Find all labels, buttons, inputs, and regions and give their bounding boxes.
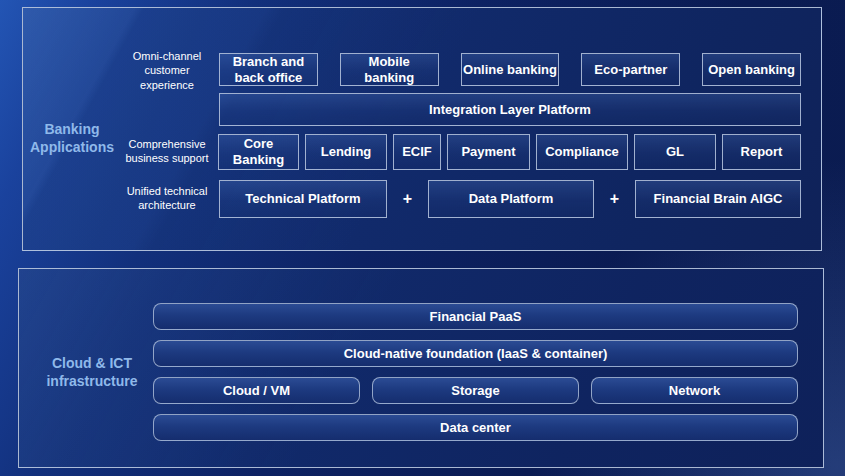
- box-data-platform: Data Platform: [428, 180, 594, 218]
- box-online-banking: Online banking: [461, 53, 560, 86]
- box-cloud-vm: Cloud / VM: [153, 377, 360, 404]
- cloud-ict-section-label: Cloud & ICT infrastructure: [27, 355, 157, 391]
- technical-architecture-row-label: Unified technical architecture: [117, 184, 217, 213]
- business-support-row-label: Comprehensive business support: [117, 137, 217, 166]
- banking-architecture-diagram: { "colors": { "section_label": "#8fb9ea"…: [0, 0, 845, 476]
- box-lending: Lending: [305, 134, 387, 170]
- banking-applications-section-label: Banking Applications: [23, 121, 121, 157]
- omni-channel-row-label: Omni-channel customer experience: [117, 49, 217, 92]
- channel-boxes-row: Branch and back office Mobile banking On…: [219, 53, 801, 86]
- box-network: Network: [591, 377, 798, 404]
- box-financial-brain-aigc: Financial Brain AIGC: [635, 180, 801, 218]
- box-branch-and-back-office: Branch and back office: [219, 53, 318, 86]
- box-core-banking: Core Banking: [218, 134, 299, 170]
- box-financial-paas: Financial PaaS: [153, 303, 798, 330]
- plus-separator: +: [594, 180, 635, 218]
- business-boxes-row: Core Banking Lending ECIF Payment Compli…: [218, 134, 801, 170]
- box-payment: Payment: [447, 134, 530, 170]
- resource-boxes-row: Cloud / VM Storage Network: [153, 377, 798, 404]
- box-data-center: Data center: [153, 414, 798, 441]
- integration-layer-row: Integration Layer Platform: [219, 93, 801, 126]
- box-open-banking: Open banking: [702, 53, 801, 86]
- infrastructure-stack: Financial PaaS Cloud-native foundation (…: [153, 303, 798, 441]
- box-cloud-native-foundation: Cloud-native foundation (IaaS & containe…: [153, 340, 798, 367]
- box-technical-platform: Technical Platform: [219, 180, 387, 218]
- platform-boxes-row: Technical Platform + Data Platform + Fin…: [219, 180, 801, 218]
- box-compliance: Compliance: [536, 134, 628, 170]
- box-ecif: ECIF: [393, 134, 441, 170]
- box-report: Report: [722, 134, 801, 170]
- banking-applications-panel: Banking Applications Omni-channel custom…: [22, 7, 822, 251]
- box-gl: GL: [634, 134, 716, 170]
- plus-separator: +: [387, 180, 428, 218]
- box-mobile-banking: Mobile banking: [340, 53, 439, 86]
- box-integration-layer-platform: Integration Layer Platform: [219, 93, 801, 126]
- cloud-ict-infrastructure-panel: Cloud & ICT infrastructure Financial Paa…: [18, 268, 824, 468]
- box-storage: Storage: [372, 377, 579, 404]
- box-eco-partner: Eco-partner: [581, 53, 680, 86]
